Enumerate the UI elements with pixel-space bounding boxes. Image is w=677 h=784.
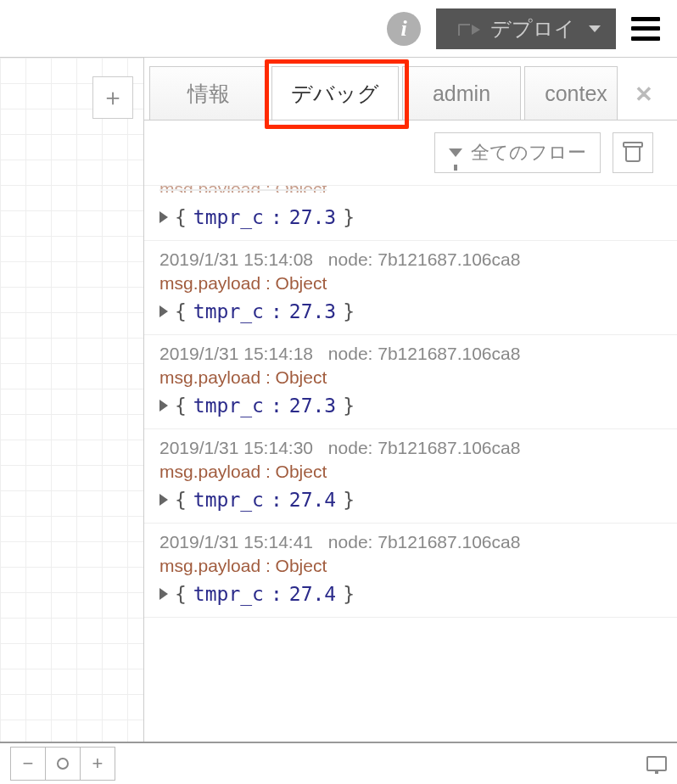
info-icon[interactable]: i — [387, 12, 421, 46]
expand-toggle-icon[interactable] — [159, 400, 168, 412]
log-object: { tmpr_c: 27.3 } — [159, 300, 677, 322]
log-payload-type: msg.payload : Object — [159, 367, 677, 388]
log-entry: 2019/1/31 15:14:18 node: 7b121687.106ca8… — [144, 335, 677, 429]
filter-label: 全てのフロー — [471, 140, 586, 165]
zoom-reset-button[interactable] — [45, 747, 81, 781]
debug-toolbar: 全てのフロー — [144, 120, 677, 186]
debug-log-scroll[interactable]: msg.payload : Object { tmpr_c: 27.3 } 20… — [144, 186, 677, 742]
log-entry: 2019/1/31 15:14:41 node: 7b121687.106ca8… — [144, 524, 677, 618]
expand-toggle-icon[interactable] — [159, 494, 168, 506]
log-meta: 2019/1/31 15:14:41 node: 7b121687.106ca8 — [159, 532, 677, 552]
zoom-in-button[interactable]: + — [80, 747, 115, 781]
monitor-icon[interactable] — [646, 756, 667, 771]
expand-toggle-icon[interactable] — [159, 211, 168, 223]
log-payload-type: msg.payload : Object — [159, 556, 677, 576]
log-payload-type: msg.payload : Object — [159, 462, 677, 482]
log-entry: msg.payload : Object { tmpr_c: 27.3 } — [144, 186, 677, 241]
log-payload-type: msg.payload : Object — [159, 273, 677, 294]
log-entry: 2019/1/31 15:14:08 node: 7b121687.106ca8… — [144, 241, 677, 335]
deploy-button[interactable]: デプロイ — [436, 8, 616, 49]
zoom-controls: − + — [10, 747, 115, 781]
workspace-column: ＋ — [0, 58, 144, 742]
chevron-down-icon — [589, 25, 601, 32]
deploy-label: デプロイ — [490, 15, 575, 42]
workspace-grid — [0, 58, 143, 742]
log-meta: 2019/1/31 15:14:08 node: 7b121687.106ca8 — [159, 249, 677, 270]
log-object: { tmpr_c: 27.4 } — [159, 583, 677, 605]
add-tab-button[interactable]: ＋ — [92, 76, 133, 119]
expand-toggle-icon[interactable] — [159, 305, 168, 317]
log-payload-type: msg.payload : Object — [159, 186, 677, 193]
expand-toggle-icon[interactable] — [159, 588, 168, 600]
sidebar-panel: 情報 デバッグ admin contex ✕ 全てのフロー msg.payloa… — [144, 58, 677, 742]
header-bar: i デプロイ — [0, 0, 677, 58]
menu-button[interactable] — [631, 17, 660, 41]
log-entry: 2019/1/31 15:14:30 node: 7b121687.106ca8… — [144, 429, 677, 524]
debug-log: msg.payload : Object { tmpr_c: 27.3 } 20… — [144, 186, 677, 742]
circle-icon — [57, 758, 69, 770]
tab-info[interactable]: 情報 — [149, 66, 268, 120]
clear-log-button[interactable] — [613, 132, 653, 173]
filter-button[interactable]: 全てのフロー — [434, 132, 601, 173]
close-tabs-icon[interactable]: ✕ — [635, 81, 653, 108]
log-object: { tmpr_c: 27.3 } — [159, 395, 677, 417]
trash-icon — [624, 143, 641, 162]
tab-context[interactable]: contex — [524, 66, 618, 120]
zoom-out-button[interactable]: − — [10, 747, 46, 781]
sidebar-tabs: 情報 デバッグ admin contex ✕ — [144, 58, 677, 120]
log-meta: 2019/1/31 15:14:30 node: 7b121687.106ca8 — [159, 438, 677, 458]
funnel-icon — [449, 148, 462, 157]
main-area: ＋ 情報 デバッグ admin contex ✕ 全てのフロー — [0, 58, 677, 742]
tab-debug[interactable]: デバッグ — [271, 66, 399, 120]
tab-admin[interactable]: admin — [402, 66, 521, 120]
deploy-icon — [451, 20, 480, 37]
footer-bar: − + — [0, 742, 677, 784]
log-meta: 2019/1/31 15:14:18 node: 7b121687.106ca8 — [159, 344, 677, 364]
log-object: { tmpr_c: 27.4 } — [159, 489, 677, 511]
log-object: { tmpr_c: 27.3 } — [159, 206, 677, 228]
